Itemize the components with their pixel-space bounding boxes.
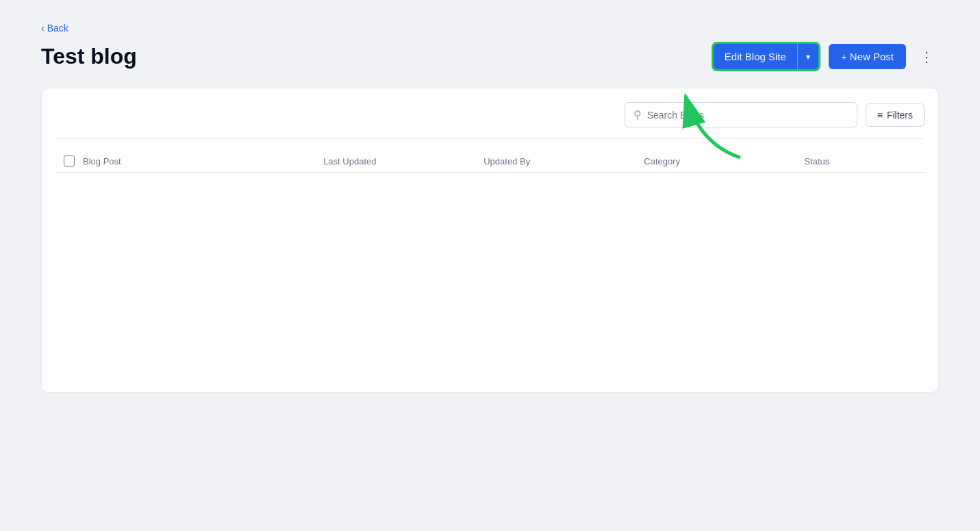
search-wrapper: ⚲ (625, 102, 857, 127)
edit-blog-site-button[interactable]: Edit Blog Site (714, 44, 797, 69)
header-actions: Edit Blog Site ▾ + New Post ⋮ (712, 42, 939, 71)
more-options-button[interactable]: ⋮ (914, 43, 939, 71)
table-body (55, 173, 925, 378)
filters-button[interactable]: ≡ Filters (866, 103, 925, 127)
back-label: Back (47, 23, 68, 34)
edit-blog-label: Edit Blog Site (725, 51, 786, 62)
header-checkbox-col (55, 156, 83, 166)
filters-label: Filters (887, 110, 913, 121)
col-header-last-updated: Last Updated (323, 156, 483, 166)
search-input[interactable] (647, 110, 849, 121)
page-title: Test blog (41, 44, 137, 69)
search-icon: ⚲ (633, 108, 642, 121)
col-header-updated-by: Updated By (483, 156, 644, 166)
edit-blog-dropdown-button[interactable]: ▾ (797, 44, 818, 69)
col-header-blog-post: Blog Post (83, 156, 323, 166)
col-header-status: Status (804, 156, 925, 166)
select-all-checkbox[interactable] (64, 156, 75, 166)
chevron-down-icon: ▾ (806, 52, 810, 62)
table-header: Blog Post Last Updated Updated By Catego… (55, 150, 925, 173)
edit-blog-btn-wrapper: Edit Blog Site ▾ (712, 42, 820, 71)
page-header: Test blog Edit Blog Site ▾ + New Post ⋮ (41, 42, 939, 71)
chevron-left-icon: ‹ (41, 23, 45, 34)
filters-icon: ≡ (877, 110, 883, 121)
content-card: ⚲ ≡ Filters Blog Post Last Updated Updat… (41, 88, 939, 393)
new-post-button[interactable]: + New Post (829, 44, 906, 69)
more-options-icon: ⋮ (920, 49, 933, 65)
table-toolbar: ⚲ ≡ Filters (55, 102, 925, 139)
new-post-label: + New Post (841, 51, 894, 62)
back-link[interactable]: ‹ Back (41, 23, 68, 34)
col-header-category: Category (644, 156, 804, 166)
